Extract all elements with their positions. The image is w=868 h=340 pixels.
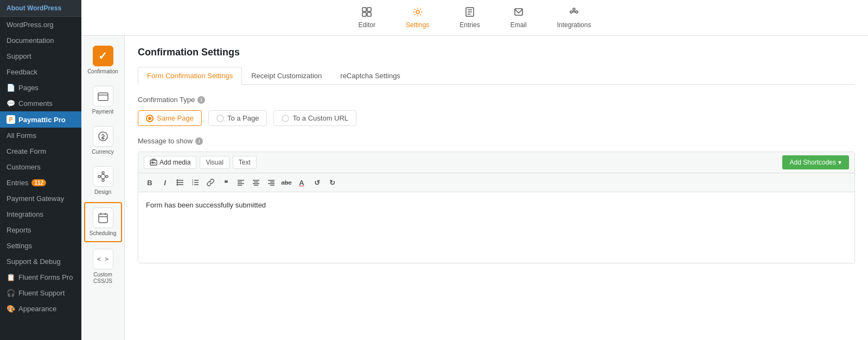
email-tab-label: Email	[510, 21, 527, 29]
icon-sidebar-design[interactable]: Design	[84, 162, 122, 200]
all-forms-label: All Forms	[7, 131, 36, 140]
message-to-show-label: Message to show i	[138, 137, 855, 145]
svg-point-16	[98, 175, 100, 178]
blockquote-button[interactable]: ❝	[219, 175, 233, 190]
sidebar-item-integrations[interactable]: Integrations	[0, 206, 81, 222]
sidebar-item-paymattic-pro[interactable]: P Paymattic Pro	[0, 111, 81, 128]
align-left-button[interactable]	[234, 175, 248, 190]
strikethrough-button[interactable]: abc	[279, 175, 293, 190]
confirmation-type-info-icon[interactable]: i	[197, 96, 205, 104]
sidebar-item-fluent-support[interactable]: 🎧 Fluent Support	[0, 285, 81, 301]
sidebar-item-settings[interactable]: Settings	[0, 238, 81, 254]
icon-sidebar: ✓ Confirmation Payment Currency Desi	[81, 36, 125, 340]
confirmation-item-label: Confirmation	[87, 68, 118, 75]
custom-css-js-item-label: Custom CSS/JS	[87, 272, 119, 285]
entries-label: Entries	[7, 179, 28, 187]
sidebar-item-appearance[interactable]: 🎨 Appearance	[0, 301, 81, 317]
tab-recaptcha-settings[interactable]: reCaptcha Settings	[331, 67, 410, 85]
fluent-support-icon: 🎧	[7, 289, 15, 297]
sidebar-item-support-debug[interactable]: Support & Debug	[0, 254, 81, 269]
integrations-icon	[569, 7, 579, 19]
fluent-forms-icon: 📋	[7, 273, 15, 281]
tab-receipt-customization[interactable]: Receipt Customization	[242, 67, 331, 85]
svg-point-32	[177, 180, 178, 181]
radio-to-a-page[interactable]: To a Page	[208, 110, 267, 126]
add-shortcodes-button[interactable]: Add Shortcodes ▾	[782, 155, 849, 169]
redo-button[interactable]: ↻	[325, 175, 339, 190]
sidebar-item-create-form[interactable]: Create Form	[0, 143, 81, 159]
settings-icon	[412, 7, 423, 19]
sidebar-top-label: About WordPress	[0, 0, 81, 17]
sidebar-item-documentation[interactable]: Documentation	[0, 33, 81, 48]
integrations-label: Integrations	[7, 210, 43, 218]
sidebar-item-entries[interactable]: Entries 112	[0, 175, 81, 191]
svg-text:3: 3	[192, 183, 194, 186]
add-media-button[interactable]: Add media	[144, 156, 196, 169]
svg-point-9	[570, 11, 572, 13]
editor-body[interactable]: Form has been successfully submitted	[138, 192, 854, 263]
icon-sidebar-confirmation[interactable]: ✓ Confirmation	[84, 41, 122, 79]
entries-badge: 112	[31, 179, 46, 186]
sidebar-item-feedback[interactable]: Feedback	[0, 64, 81, 80]
radio-dot-same-page	[146, 115, 154, 122]
radio-same-page[interactable]: Same Page	[138, 110, 202, 126]
icon-sidebar-currency[interactable]: Currency	[84, 122, 122, 160]
radio-custom-url[interactable]: To a Custom URL	[273, 110, 356, 126]
tab-entries[interactable]: Entries	[455, 4, 484, 31]
currency-item-label: Currency	[92, 149, 114, 155]
tab-settings[interactable]: Settings	[401, 4, 433, 31]
tab-integrations[interactable]: Integrations	[553, 4, 596, 31]
undo-button[interactable]: ↺	[310, 175, 324, 190]
top-nav: Editor Settings Entries Email Integratio…	[81, 0, 868, 36]
scheduling-item-label: Scheduling	[90, 230, 116, 237]
settings-tab-label: Settings	[406, 21, 429, 29]
icon-sidebar-custom-css-js[interactable]: < > Custom CSS/JS	[84, 244, 122, 289]
sidebar: About WordPress WordPress.org Documentat…	[0, 0, 81, 340]
svg-rect-20	[99, 214, 107, 223]
sidebar-item-comments[interactable]: 💬 Comments	[0, 96, 81, 111]
fluent-forms-label: Fluent Forms Pro	[18, 273, 73, 281]
sidebar-item-support[interactable]: Support	[0, 48, 81, 64]
radio-dot-custom-url	[282, 115, 289, 122]
editor-top-left: Add media Visual Text	[144, 156, 257, 169]
tab-editor[interactable]: Editor	[354, 4, 380, 31]
unordered-list-button[interactable]	[173, 175, 187, 190]
align-right-button[interactable]	[264, 175, 278, 190]
sidebar-item-wordpress-org[interactable]: WordPress.org	[0, 17, 81, 33]
sidebar-item-all-forms[interactable]: All Forms	[0, 128, 81, 143]
appearance-icon: 🎨	[7, 305, 15, 313]
svg-rect-3	[367, 12, 371, 16]
sidebar-item-customers[interactable]: Customers	[0, 159, 81, 175]
svg-point-34	[177, 184, 178, 185]
sidebar-item-pages[interactable]: 📄 Pages	[0, 80, 81, 96]
pages-label: Pages	[18, 84, 39, 92]
sidebar-item-fluent-forms-pro[interactable]: 📋 Fluent Forms Pro	[0, 269, 81, 285]
sidebar-item-payment-gateway[interactable]: Payment Gateway	[0, 191, 81, 206]
tab-form-confirmation[interactable]: Form Confirmation Settings	[138, 67, 242, 85]
custom-css-js-icon: < >	[93, 249, 113, 269]
bold-button[interactable]: B	[143, 175, 157, 190]
tab-email[interactable]: Email	[506, 4, 531, 31]
settings-tabs: Form Confirmation Settings Receipt Custo…	[138, 67, 855, 85]
message-info-icon[interactable]: i	[195, 137, 203, 145]
align-center-button[interactable]	[249, 175, 263, 190]
currency-icon	[93, 126, 113, 147]
italic-button[interactable]: I	[158, 175, 172, 190]
ordered-list-button[interactable]: 123	[188, 175, 202, 190]
text-color-button[interactable]: A	[295, 175, 309, 190]
sidebar-item-reports[interactable]: Reports	[0, 222, 81, 238]
svg-point-15	[101, 174, 105, 179]
link-button[interactable]	[203, 175, 218, 190]
feedback-label: Feedback	[7, 68, 37, 76]
confirmation-type-section: Confirmation Type i Same Page To a Page …	[138, 96, 855, 126]
page-title: Confirmation Settings	[138, 47, 855, 58]
icon-sidebar-scheduling[interactable]: Scheduling	[84, 202, 122, 242]
visual-tab-button[interactable]: Visual	[200, 156, 229, 169]
icon-sidebar-payment[interactable]: Payment	[84, 81, 122, 119]
svg-rect-2	[362, 12, 366, 16]
support-debug-label: Support & Debug	[7, 257, 61, 266]
text-tab-button[interactable]: Text	[233, 156, 257, 169]
svg-point-17	[106, 175, 108, 178]
payment-item-label: Payment	[92, 109, 113, 115]
svg-point-4	[416, 10, 419, 14]
